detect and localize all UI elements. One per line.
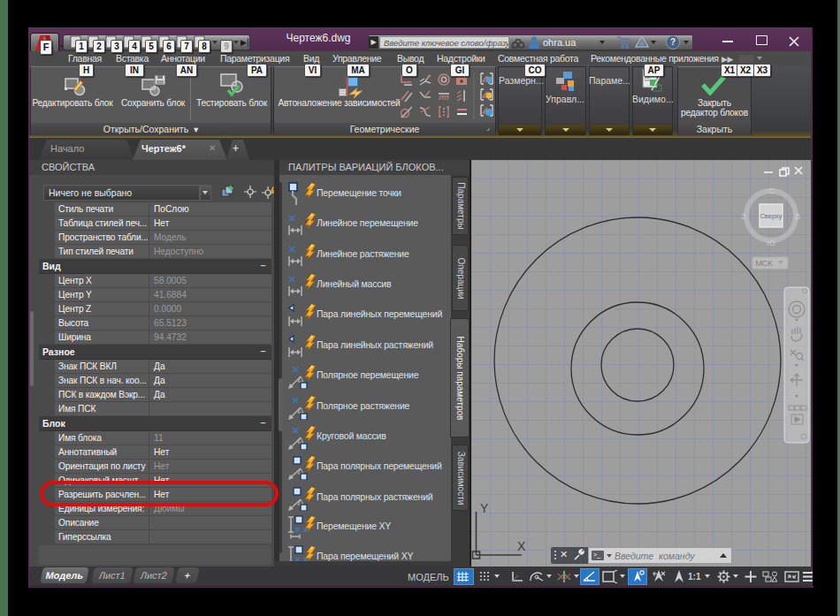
svg-text:X: X [517, 539, 526, 553]
svg-text:З: З [741, 212, 745, 221]
svg-text:Ю: Ю [767, 239, 775, 247]
svg-text:С: С [768, 186, 775, 195]
svg-text:Y: Y [480, 501, 489, 515]
svg-text:Сверху: Сверху [760, 212, 782, 220]
svg-text:МСК: МСК [755, 259, 773, 268]
svg-text:В: В [795, 212, 800, 221]
